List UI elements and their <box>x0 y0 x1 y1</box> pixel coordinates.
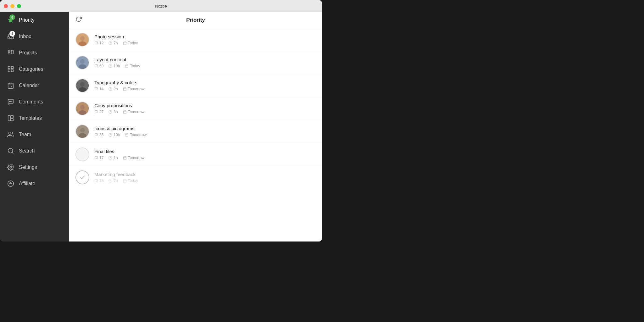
task-name: Copy propositions <box>94 103 316 108</box>
window-title: Nozbe <box>155 4 167 8</box>
task-info: Photo session 12 7h <box>94 34 316 45</box>
sidebar-item-team[interactable]: Team <box>0 126 69 143</box>
svg-marker-5 <box>11 67 13 69</box>
svg-point-51 <box>80 105 85 110</box>
svg-marker-4 <box>8 67 10 69</box>
search-label: Search <box>19 148 35 154</box>
svg-point-13 <box>9 101 10 102</box>
task-meta: 12 7h Today <box>94 41 316 45</box>
time-estimate: 7h <box>108 41 118 45</box>
svg-point-20 <box>8 148 13 153</box>
time-estimate: 1h <box>108 156 118 160</box>
categories-label: Categories <box>19 66 43 72</box>
priority-label: Priority <box>19 17 35 23</box>
priority-badge: 6 <box>9 14 15 20</box>
projects-icon <box>6 48 15 57</box>
svg-point-59 <box>80 128 85 133</box>
avatar <box>75 56 89 69</box>
traffic-lights <box>4 4 21 8</box>
task-name: Marketing feedback <box>94 172 316 177</box>
minimize-button[interactable] <box>10 4 14 8</box>
task-meta: 27 3h Tomorrow <box>94 110 316 114</box>
time-estimate: 7h <box>108 179 118 183</box>
svg-point-43 <box>80 82 85 87</box>
close-button[interactable] <box>4 4 8 8</box>
task-meta: 69 10h Today <box>94 64 316 68</box>
categories-icon <box>6 65 15 74</box>
comment-count: 69 <box>94 64 103 68</box>
task-item[interactable]: Marketing feedback 78 7h <box>69 166 322 189</box>
sidebar-item-priority[interactable]: 6 Priority <box>0 12 69 28</box>
sidebar-item-settings[interactable]: Settings <box>0 159 69 175</box>
svg-rect-1 <box>8 50 10 52</box>
team-label: Team <box>19 132 31 137</box>
completed-check <box>75 170 89 184</box>
task-meta: 78 7h Today <box>94 179 316 183</box>
affiliate-icon <box>6 179 15 188</box>
sidebar-item-inbox[interactable]: 4 Inbox <box>0 28 69 45</box>
task-item[interactable]: Icons & pictograms 35 10h <box>69 120 322 143</box>
main-panel-title: Priority <box>186 17 205 23</box>
refresh-button[interactable] <box>75 16 82 24</box>
svg-rect-18 <box>11 119 13 121</box>
sidebar-item-search[interactable]: Search <box>0 143 69 159</box>
app-body: 6 Priority 4 Inbox <box>0 12 322 242</box>
main-header: Priority <box>69 12 322 28</box>
time-estimate: 10h <box>108 64 120 68</box>
svg-rect-67 <box>123 157 126 159</box>
comments-label: Comments <box>19 99 43 105</box>
task-info: Marketing feedback 78 7h <box>94 172 316 183</box>
task-info: Final files 17 1h <box>94 149 316 160</box>
calendar-icon: 13 <box>6 81 15 90</box>
sidebar-item-comments[interactable]: Comments <box>0 94 69 110</box>
templates-icon <box>6 114 15 123</box>
svg-rect-46 <box>123 88 126 91</box>
sidebar: 6 Priority 4 Inbox <box>0 12 69 242</box>
task-meta: 17 1h Tomorrow <box>94 156 316 160</box>
task-item[interactable]: Typography & colors 14 2h <box>69 74 322 97</box>
svg-rect-17 <box>11 116 13 118</box>
maximize-button[interactable] <box>17 4 21 8</box>
due-date: Today <box>123 41 138 45</box>
team-icon <box>6 130 15 139</box>
affiliate-label: Affiliate <box>19 181 35 186</box>
svg-point-27 <box>80 36 85 41</box>
app-window: Nozbe 6 Priority <box>0 0 322 242</box>
settings-label: Settings <box>19 164 37 170</box>
time-estimate: 10h <box>108 133 120 137</box>
due-date: Today <box>123 179 138 183</box>
sidebar-item-calendar[interactable]: 13 Calendar <box>0 77 69 94</box>
due-date: Tomorrow <box>123 87 145 91</box>
task-name: Final files <box>94 149 316 154</box>
templates-label: Templates <box>19 115 42 121</box>
inbox-label: Inbox <box>19 34 31 39</box>
sidebar-item-categories[interactable]: Categories <box>0 61 69 77</box>
time-estimate: 2h <box>108 87 118 91</box>
sidebar-item-projects[interactable]: Projects <box>0 45 69 61</box>
sidebar-item-affiliate[interactable]: Affiliate <box>0 175 69 192</box>
task-name: Layout concept <box>94 57 316 62</box>
svg-marker-6 <box>11 70 13 72</box>
inbox-badge: 4 <box>9 31 15 36</box>
task-info: Layout concept 69 10h <box>94 57 316 68</box>
main-panel: Priority Photo session <box>69 12 322 242</box>
sidebar-item-templates[interactable]: Templates <box>0 110 69 126</box>
svg-rect-38 <box>125 65 128 68</box>
svg-rect-62 <box>125 134 128 136</box>
due-date: Today <box>125 64 140 68</box>
svg-point-14 <box>10 101 11 102</box>
svg-rect-30 <box>123 42 126 45</box>
svg-marker-7 <box>8 70 10 72</box>
task-item[interactable]: Copy propositions 27 3h <box>69 97 322 120</box>
task-name: Photo session <box>94 34 316 39</box>
svg-rect-72 <box>123 180 126 182</box>
task-meta: 14 2h Tomorrow <box>94 87 316 91</box>
task-item[interactable]: Final files 17 1h <box>69 143 322 166</box>
svg-rect-2 <box>8 53 10 54</box>
task-item[interactable]: Layout concept 69 10h <box>69 51 322 74</box>
task-info: Icons & pictograms 35 10h <box>94 126 316 137</box>
comment-count: 14 <box>94 87 103 91</box>
svg-rect-16 <box>8 116 10 121</box>
comment-count: 78 <box>94 179 103 183</box>
task-item[interactable]: Photo session 12 7h <box>69 28 322 51</box>
